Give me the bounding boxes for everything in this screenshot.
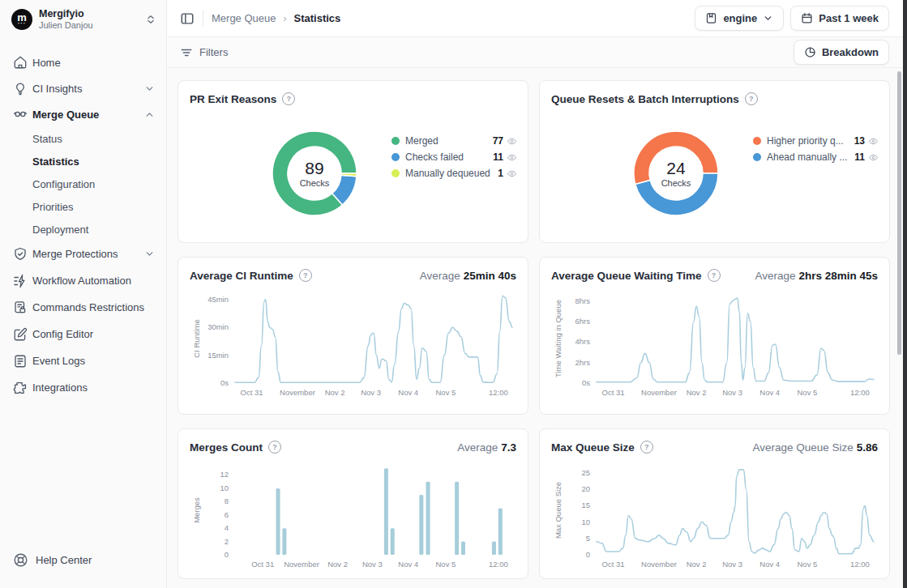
sidebar-item-label: Deployment [32, 224, 88, 236]
sidebar-item-label: Merge Protections [32, 248, 118, 260]
x-axis: Oct 31NovemberNov 2Nov 3Nov 4Nov 512:00 [251, 560, 508, 569]
sidebar-item-status[interactable]: Status [0, 127, 166, 150]
chart-legend: Higher priority q...13Ahead manually ...… [753, 133, 878, 165]
org-switcher[interactable]: m Mergifyio Julien Danjou [0, 0, 166, 36]
time-range-button[interactable]: Past 1 week [790, 6, 889, 31]
visibility-icon[interactable] [507, 137, 516, 146]
svg-text:12:00: 12:00 [489, 388, 508, 397]
legend-item[interactable]: Ahead manually ...11 [753, 149, 878, 165]
svg-text:Oct 31: Oct 31 [241, 388, 263, 397]
help-icon[interactable] [299, 269, 312, 282]
svg-text:12: 12 [220, 470, 229, 479]
y-axis: 024681012 [220, 470, 229, 559]
series-line [597, 470, 874, 554]
sidebar-item-label: Commands Restrictions [32, 301, 144, 313]
bar-chart[interactable]: 024681012Oct 31NovemberNov 2Nov 3Nov 4No… [190, 458, 518, 582]
sidebar-item-label: Event Logs [32, 355, 85, 367]
svg-text:Nov 4: Nov 4 [759, 560, 780, 569]
donut-chart[interactable]: 89 Checks [258, 117, 371, 230]
sidebar-item-priorities[interactable]: Priorities [0, 195, 166, 218]
sidebar-toggle-icon[interactable] [180, 11, 195, 26]
scrollbar[interactable] [897, 71, 901, 355]
filters-label: Filters [199, 46, 228, 58]
svg-text:10: 10 [220, 484, 229, 492]
card-title: Average Queue Waiting Time [551, 269, 721, 282]
visibility-icon[interactable] [507, 169, 516, 178]
sidebar-item-statistics[interactable]: Statistics [0, 150, 166, 173]
help-icon[interactable] [268, 441, 281, 454]
card-title: Queue Resets & Batch Interruptions [551, 92, 758, 105]
svg-text:45min: 45min [207, 295, 229, 304]
svg-text:Nov 3: Nov 3 [362, 560, 383, 569]
sidebar-item-label: Integrations [32, 381, 88, 394]
sidebar-item-configuration[interactable]: Configuration [0, 173, 166, 195]
org-user: Julien Danjou [39, 20, 139, 30]
line-chart[interactable]: 0s2hrs4hrs6hrs8hrsOct 31NovemberNov 2Nov… [551, 287, 879, 410]
svg-text:Nov 2: Nov 2 [325, 388, 345, 397]
sidebar-item-home[interactable]: Home [0, 49, 166, 75]
svg-text:Nov 5: Nov 5 [436, 388, 456, 397]
sidebar-item-label: Statistics [32, 156, 79, 168]
time-range-label: Past 1 week [819, 12, 879, 24]
svg-text:12:00: 12:00 [489, 560, 508, 569]
sidebar-item-ci-insights[interactable]: CI Insights [0, 75, 166, 101]
sidebar-item-event-logs[interactable]: Event Logs [0, 347, 166, 374]
help-icon[interactable] [282, 92, 295, 105]
svg-text:Nov 3: Nov 3 [722, 388, 742, 397]
svg-text:Nov 5: Nov 5 [798, 388, 818, 397]
sidebar-item-merge-queue[interactable]: Merge Queue [0, 101, 166, 127]
legend-item[interactable]: Higher priority q...13 [753, 133, 878, 149]
breadcrumb-merge-queue[interactable]: Merge Queue [212, 12, 276, 24]
breakdown-label: Breakdown [822, 46, 879, 58]
chevron-down-icon [144, 83, 155, 94]
line-chart[interactable]: 0510152025Oct 31NovemberNov 2Nov 3Nov 4N… [551, 458, 879, 582]
sidebar-item-deployment[interactable]: Deployment [0, 218, 166, 241]
sidebar-item-merge-protections[interactable]: Merge Protections [0, 241, 166, 267]
svg-text:15: 15 [581, 501, 590, 509]
legend-value: 13 [854, 135, 865, 147]
card-avg-queue-waiting-time: Average Queue Waiting Time Average2hrs 2… [539, 257, 890, 415]
legend-item[interactable]: Manually dequeued1 [391, 165, 516, 181]
chevron-down-icon [763, 13, 773, 23]
line-chart[interactable]: 0s15min30min45minOct 31NovemberNov 2Nov … [190, 287, 518, 410]
sidebar-item-workflow-automation[interactable]: Workflow Automation [0, 267, 166, 294]
average-stat: Average25min 40s [420, 270, 516, 282]
sidebar-item-config-editor[interactable]: Config Editor [0, 321, 166, 347]
visibility-icon[interactable] [507, 153, 516, 162]
card-pr-exit-reasons: PR Exit Reasons 89 Checks Merged77C [178, 80, 528, 243]
help-icon[interactable] [745, 92, 758, 105]
sidebar-item-label: Configuration [32, 178, 95, 190]
legend-color-dot [753, 153, 761, 161]
visibility-icon[interactable] [869, 153, 878, 162]
svg-text:Nov 4: Nov 4 [398, 560, 418, 569]
svg-text:0s: 0s [582, 378, 590, 387]
repo-selector-button[interactable]: engine [695, 6, 784, 31]
sidebar-item-label: Workflow Automation [32, 275, 131, 287]
x-axis: Oct 31NovemberNov 2Nov 3Nov 4Nov 512:00 [602, 388, 870, 397]
card-title: PR Exit Reasons [190, 92, 295, 105]
breakdown-button[interactable]: Breakdown [794, 40, 889, 65]
visibility-icon[interactable] [869, 137, 878, 146]
y-axis-title: Time Waiting in Queue [554, 300, 563, 377]
card-merges-count: Merges Count Average7.3 024681012Oct 31N… [178, 428, 528, 579]
svg-text:6: 6 [225, 510, 229, 519]
sidebar-item-label: Priorities [32, 201, 74, 213]
svg-text:12:00: 12:00 [850, 388, 870, 397]
svg-text:Oct 31: Oct 31 [251, 560, 274, 569]
help-center-link[interactable]: Help Center [0, 547, 166, 573]
help-icon[interactable] [640, 441, 653, 454]
series-line [597, 298, 874, 382]
filters-button[interactable]: Filters [180, 46, 228, 59]
help-icon[interactable] [708, 269, 721, 282]
sidebar-item-integrations[interactable]: Integrations [0, 374, 166, 401]
unfold-icon [145, 14, 156, 25]
y-axis: 0s15min30min45min [207, 295, 229, 387]
svg-text:4: 4 [225, 523, 229, 532]
legend-item[interactable]: Checks failed11 [391, 149, 516, 165]
sidebar-item-commands-restrictions[interactable]: Commands Restrictions [0, 294, 166, 321]
divider [203, 11, 203, 27]
legend-item[interactable]: Merged77 [391, 133, 516, 149]
legend-value: 11 [854, 151, 865, 163]
filter-bar: Filters Breakdown [167, 37, 907, 68]
donut-chart[interactable]: 24 Checks [619, 117, 733, 230]
